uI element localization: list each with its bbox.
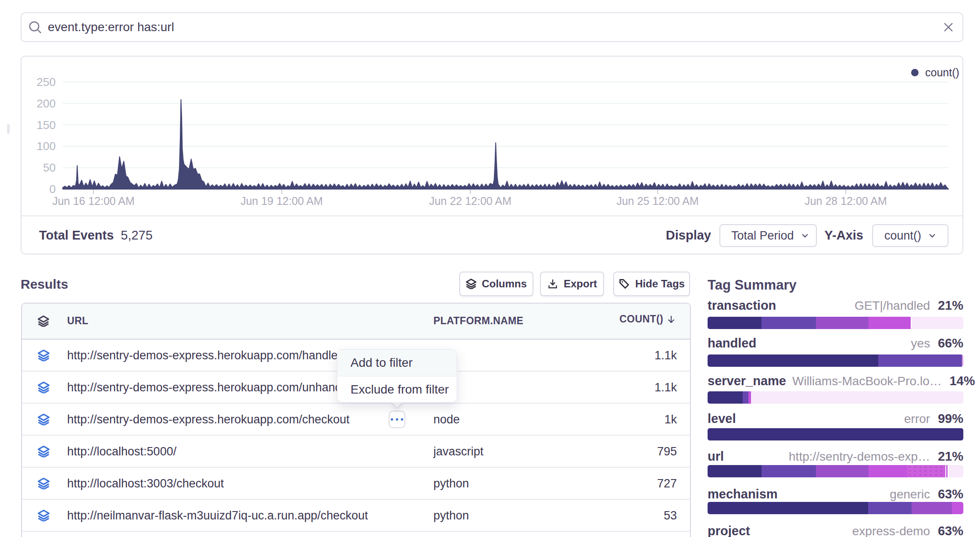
svg-text:250: 250 bbox=[37, 75, 56, 89]
svg-text:Jun 25 12:00 AM: Jun 25 12:00 AM bbox=[616, 195, 699, 207]
svg-text:Jun 19 12:00 AM: Jun 19 12:00 AM bbox=[240, 195, 323, 207]
svg-text:Jun 16 12:00 AM: Jun 16 12:00 AM bbox=[52, 195, 135, 207]
svg-text:50: 50 bbox=[43, 161, 56, 174]
svg-text:Jun 28 12:00 AM: Jun 28 12:00 AM bbox=[805, 195, 887, 207]
svg-text:100: 100 bbox=[37, 140, 56, 153]
svg-text:200: 200 bbox=[37, 97, 56, 110]
svg-text:0: 0 bbox=[50, 183, 56, 196]
svg-text:150: 150 bbox=[37, 118, 56, 132]
svg-text:Jun 22 12:00 AM: Jun 22 12:00 AM bbox=[429, 195, 511, 207]
